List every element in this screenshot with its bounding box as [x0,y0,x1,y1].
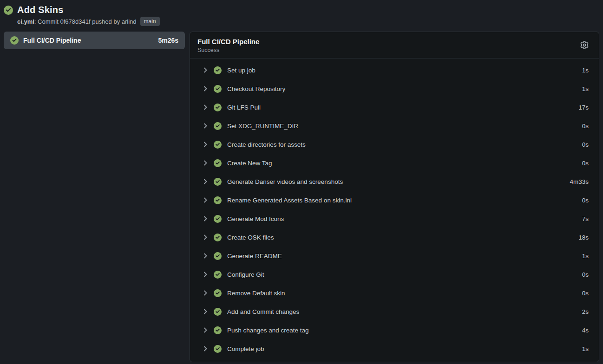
run-commit-text: ci.yml: Commit 0f678d341f pushed by arli… [17,18,137,25]
step-row-10[interactable]: Generate README 1s [190,247,599,265]
step-duration: 0s [582,123,589,130]
step-duration: 2s [582,308,589,315]
step-row-3[interactable]: Set XDG_RUNTIME_DIR 0s [190,117,599,135]
step-row-5[interactable]: Create New Tag 0s [190,154,599,172]
step-row-12[interactable]: Remove Default skin 0s [190,284,599,302]
step-duration: 1s [582,67,589,74]
chevron-right-icon[interactable] [202,345,209,352]
step-success-icon [214,215,222,223]
commit-message: : Commit 0f678d341f pushed by arlind [34,18,137,25]
step-name: Checkout Repository [227,85,582,92]
step-row-9[interactable]: Create OSK files 18s [190,228,599,247]
step-name: Complete job [227,345,582,352]
step-row-11[interactable]: Configure Git 0s [190,265,599,284]
step-success-icon [214,234,222,241]
chevron-right-icon[interactable] [202,66,209,74]
step-name: Add and Commit changes [227,308,582,315]
step-name: Create OSK files [227,234,578,241]
run-success-icon [4,6,13,15]
step-success-icon [214,289,222,297]
step-duration: 0s [582,141,589,148]
chevron-right-icon[interactable] [202,178,209,185]
chevron-right-icon[interactable] [202,308,209,315]
chevron-right-icon[interactable] [202,159,209,167]
job-panel-header: Full CI/CD Pipeline Success [190,32,599,58]
step-name: Set XDG_RUNTIME_DIR [227,123,582,130]
step-success-icon [214,66,222,74]
step-name: Set up job [227,67,582,74]
step-success-icon [214,326,222,334]
step-success-icon [214,345,222,353]
step-name: Git LFS Pull [227,104,578,111]
run-title: Add Skins [17,5,64,15]
gear-icon[interactable] [580,40,590,50]
steps-list: Set up job 1s Checkout Repository 1s Git… [190,58,599,362]
step-name: Remove Default skin [227,290,582,297]
chevron-right-icon[interactable] [202,326,209,334]
step-row-1[interactable]: Checkout Repository 1s [190,79,599,98]
step-name: Generate Mod Icons [227,215,582,222]
step-success-icon [214,141,222,149]
chevron-right-icon[interactable] [202,85,209,92]
step-name: Rename Generated Assets Based on skin.in… [227,197,582,204]
job-status-text: Success [197,47,591,53]
chevron-right-icon[interactable] [202,289,209,297]
step-success-icon [214,178,222,186]
step-duration: 0s [582,271,589,278]
step-duration: 17s [578,104,589,111]
step-duration: 18s [578,234,589,241]
chevron-right-icon[interactable] [202,141,209,148]
step-success-icon [214,85,222,93]
step-success-icon [214,104,222,111]
step-success-icon [214,122,222,130]
run-header: Add Skins ci.yml: Commit 0f678d341f push… [4,5,599,26]
step-name: Push changes and create tag [227,327,582,334]
step-duration: 1s [582,345,589,352]
chevron-right-icon[interactable] [202,271,209,278]
step-name: Create directories for assets [227,141,582,148]
step-row-15[interactable]: Complete job 1s [190,339,599,358]
run-content: Full CI/CD Pipeline 5m26s Full CI/CD Pip… [4,32,599,362]
sidebar-job-full-cicd-pipeline[interactable]: Full CI/CD Pipeline 5m26s [4,32,185,49]
step-name: Configure Git [227,271,582,278]
workflow-file-name: ci.yml [17,18,34,25]
chevron-right-icon[interactable] [202,122,209,130]
step-success-icon [214,308,222,316]
step-duration: 0s [582,160,589,167]
step-row-4[interactable]: Create directories for assets 0s [190,135,599,154]
job-success-icon [10,36,19,45]
step-duration: 7s [582,215,589,222]
job-panel-title: Full CI/CD Pipeline [197,38,591,46]
branch-badge[interactable]: main [140,17,160,26]
step-row-2[interactable]: Git LFS Pull 17s [190,98,599,117]
step-row-0[interactable]: Set up job 1s [190,61,599,79]
step-row-8[interactable]: Generate Mod Icons 7s [190,209,599,228]
step-success-icon [214,159,222,167]
chevron-right-icon[interactable] [202,104,209,111]
chevron-right-icon[interactable] [202,196,209,204]
step-success-icon [214,271,222,279]
step-row-14[interactable]: Push changes and create tag 4s [190,321,599,339]
step-duration: 0s [582,197,589,204]
step-success-icon [214,252,222,260]
step-row-6[interactable]: Generate Danser videos and screenshots 4… [190,172,599,191]
chevron-right-icon[interactable] [202,215,209,222]
step-duration: 4s [582,327,589,334]
job-name: Full CI/CD Pipeline [23,37,153,44]
job-panel: Full CI/CD Pipeline Success Set up job 1… [190,32,599,362]
step-name: Generate Danser videos and screenshots [227,178,570,185]
step-duration: 0s [582,290,589,297]
chevron-right-icon[interactable] [202,234,209,241]
step-duration: 1s [582,85,589,92]
run-subtitle: ci.yml: Commit 0f678d341f pushed by arli… [17,17,599,26]
step-duration: 4m33s [570,178,589,185]
step-row-7[interactable]: Rename Generated Assets Based on skin.in… [190,191,599,209]
step-success-icon [214,196,222,204]
step-duration: 1s [582,253,589,260]
job-duration: 5m26s [158,37,178,44]
chevron-right-icon[interactable] [202,252,209,260]
step-name: Generate README [227,253,582,260]
step-name: Create New Tag [227,160,582,167]
jobs-sidebar: Full CI/CD Pipeline 5m26s [4,32,185,49]
step-row-13[interactable]: Add and Commit changes 2s [190,302,599,321]
